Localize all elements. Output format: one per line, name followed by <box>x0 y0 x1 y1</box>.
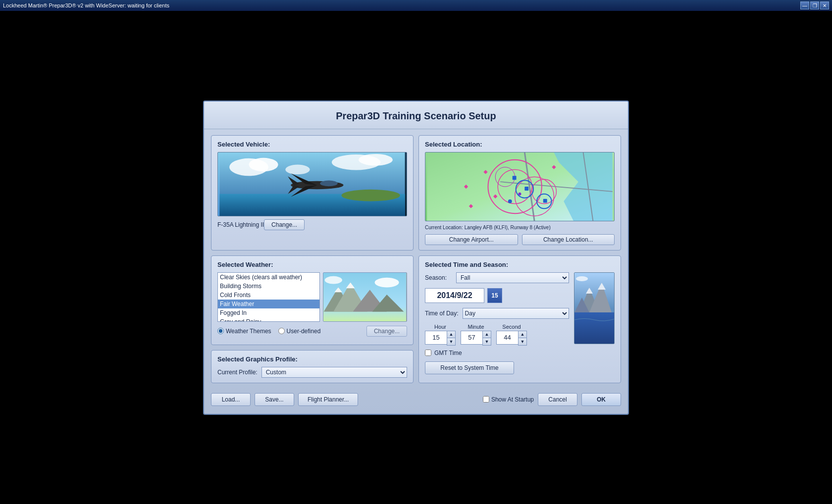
weather-panel: Selected Weather: Clear Skies (clears al… <box>211 255 414 345</box>
minute-input[interactable] <box>461 331 482 345</box>
minute-spinner: ▲ ▼ <box>461 331 491 346</box>
close-button[interactable]: ✕ <box>820 1 829 9</box>
gmt-row: GMT Time <box>425 350 569 356</box>
user-defined-input[interactable] <box>278 328 285 334</box>
svg-point-33 <box>508 199 512 203</box>
profile-select[interactable]: Custom Low Medium High Ultra <box>261 367 407 378</box>
location-info: Current Location: Langley AFB (KLFI), Ru… <box>425 224 615 230</box>
svg-point-42 <box>375 277 399 287</box>
hour-spinner: ▲ ▼ <box>425 331 456 346</box>
minute-arrows: ▲ ▼ <box>482 331 491 346</box>
weather-listbox[interactable]: Clear Skies (clears all weather)Building… <box>217 272 320 322</box>
ok-button[interactable]: OK <box>581 393 621 406</box>
weather-themes-input[interactable] <box>217 328 224 334</box>
svg-point-7 <box>342 189 400 201</box>
dialog-title: Prepar3D Training Scenario Setup <box>204 101 628 129</box>
profile-row: Current Profile: Custom Low Medium High … <box>217 367 407 378</box>
timeofday-select[interactable]: Dawn Morning Day Dusk Night <box>463 308 569 319</box>
time-body: Season: Spring Summer Fall Winter 15 <box>425 272 615 374</box>
minimize-button[interactable]: — <box>800 1 809 9</box>
vehicle-name: F-35A Lightning II <box>217 221 264 228</box>
window-title: Lockheed Martin® Prepar3D® v2 with WideS… <box>3 2 169 8</box>
calendar-day: 15 <box>491 292 498 299</box>
gmt-checkbox[interactable] <box>425 350 431 356</box>
location-panel: Selected Location: <box>418 135 621 251</box>
svg-point-43 <box>325 276 342 284</box>
window-controls: — ❐ ✕ <box>800 1 829 9</box>
calendar-button[interactable]: 15 <box>487 288 502 303</box>
weather-item[interactable]: Fair Weather <box>218 300 319 308</box>
flight-planner-button[interactable]: Flight Planner... <box>298 393 358 406</box>
weather-change-button[interactable]: Change... <box>366 326 407 337</box>
weather-item[interactable]: Building Storms <box>218 282 319 291</box>
season-thumbnail-container <box>574 272 615 374</box>
show-startup-checkbox[interactable] <box>483 396 489 403</box>
change-airport-button[interactable]: Change Airport... <box>425 234 518 245</box>
show-startup-text: Show At Startup <box>491 396 534 403</box>
svg-point-9 <box>320 180 337 186</box>
show-startup-label[interactable]: Show At Startup <box>483 396 534 403</box>
second-up-button[interactable]: ▲ <box>519 331 526 338</box>
weather-image <box>323 272 407 322</box>
save-button[interactable]: Save... <box>255 393 294 406</box>
change-location-button[interactable]: Change Location... <box>522 234 615 245</box>
location-buttons: Change Airport... Change Location... <box>425 234 615 245</box>
weather-item[interactable]: Fogged In <box>218 308 319 317</box>
second-col: Second ▲ ▼ <box>496 324 527 346</box>
svg-point-5 <box>285 164 310 174</box>
timeofday-row: Time of Day: Dawn Morning Day Dusk Night <box>425 308 569 319</box>
svg-point-2 <box>249 157 278 171</box>
hour-up-button[interactable]: ▲ <box>447 331 455 338</box>
weather-themes-label: Weather Themes <box>226 328 271 335</box>
second-input[interactable] <box>496 331 518 345</box>
season-label: Season: <box>425 274 452 281</box>
weather-item[interactable]: Cold Fronts <box>218 291 319 300</box>
reset-button[interactable]: Reset to System Time <box>425 361 514 374</box>
weather-section-title: Selected Weather: <box>217 261 407 268</box>
hour-label: Hour <box>434 324 446 330</box>
dialog-footer: Load... Save... Flight Planner... Show A… <box>204 389 628 406</box>
minute-up-button[interactable]: ▲ <box>483 331 491 338</box>
vehicle-image <box>217 152 407 216</box>
user-defined-radio[interactable]: User-defined <box>278 328 321 335</box>
vehicle-panel: Selected Vehicle: <box>211 135 414 251</box>
gmt-label: GMT Time <box>434 350 462 356</box>
footer-left: Load... Save... Flight Planner... <box>211 393 358 406</box>
minute-col: Minute ▲ ▼ <box>461 324 491 346</box>
weather-themes-radio[interactable]: Weather Themes <box>217 328 271 335</box>
season-row: Season: Spring Summer Fall Winter <box>425 272 569 283</box>
season-select[interactable]: Spring Summer Fall Winter <box>456 272 569 283</box>
cancel-button[interactable]: Cancel <box>538 393 577 406</box>
map-container <box>425 152 615 221</box>
weather-item[interactable]: Clear Skies (clears all weather) <box>218 273 319 282</box>
dialog-body: Selected Vehicle: <box>204 129 628 389</box>
svg-rect-31 <box>543 199 547 202</box>
main-dialog: Prepar3D Training Scenario Setup Selecte… <box>203 101 629 415</box>
hour-down-button[interactable]: ▼ <box>447 338 455 345</box>
second-down-button[interactable]: ▼ <box>519 338 526 345</box>
maximize-button[interactable]: ❐ <box>810 1 819 9</box>
weather-options: Weather Themes User-defined Change... <box>217 326 407 337</box>
load-button[interactable]: Load... <box>211 393 251 406</box>
title-bar: Lockheed Martin® Prepar3D® v2 with WideS… <box>0 0 832 11</box>
location-section-title: Selected Location: <box>425 141 615 148</box>
second-label: Second <box>502 324 520 330</box>
date-input[interactable] <box>425 288 484 303</box>
svg-rect-32 <box>513 176 517 180</box>
time-section-title: Selected Time and Season: <box>425 261 615 268</box>
user-defined-label: User-defined <box>287 328 321 335</box>
location-value: Langley AFB (KLFI), Runway 8 (Active) <box>465 225 551 230</box>
graphics-panel: Selected Graphics Profile: Current Profi… <box>211 350 414 383</box>
vehicle-section-title: Selected Vehicle: <box>217 141 407 148</box>
vehicle-change-button[interactable]: Change... <box>264 219 305 230</box>
svg-point-4 <box>359 153 393 165</box>
footer-right: Show At Startup Cancel OK <box>483 393 621 406</box>
weather-item[interactable]: Gray and Rainy <box>218 317 319 322</box>
profile-label: Current Profile: <box>217 369 258 376</box>
hour-input[interactable] <box>425 331 447 345</box>
hour-arrows: ▲ ▼ <box>447 331 456 346</box>
timeofday-label: Time of Day: <box>425 310 459 317</box>
minute-down-button[interactable]: ▼ <box>483 338 491 345</box>
time-panel: Selected Time and Season: Season: Spring… <box>418 255 621 383</box>
season-thumbnail <box>574 272 615 344</box>
